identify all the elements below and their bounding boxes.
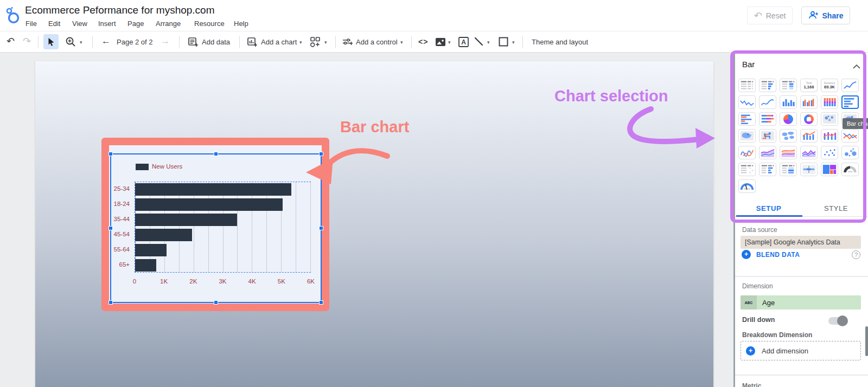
chart-type-bubble-chart-icon[interactable] bbox=[841, 146, 859, 159]
bar-18-24[interactable] bbox=[135, 198, 283, 211]
add-control-button[interactable]: Add a control bbox=[356, 38, 398, 46]
undo-icon[interactable]: ↶ bbox=[7, 36, 15, 46]
tab-setup[interactable]: SETUP bbox=[735, 200, 802, 216]
chart-type-area-chart-icon[interactable] bbox=[759, 146, 776, 159]
chart-type-donut-chart-icon[interactable] bbox=[800, 112, 818, 126]
blend-data-button[interactable]: + BLEND DATA bbox=[742, 250, 800, 259]
chart-type-curved-lines-icon[interactable] bbox=[738, 146, 756, 159]
menu-file[interactable]: File bbox=[25, 20, 37, 28]
prev-page-icon[interactable]: ← bbox=[101, 36, 111, 47]
chart-type-sparkline-icon[interactable] bbox=[738, 95, 756, 109]
chart-type-bar-chart-icon[interactable] bbox=[841, 95, 859, 109]
share-button[interactable]: Share bbox=[801, 7, 850, 24]
chart-type-table-with-heatmap-icon[interactable] bbox=[780, 79, 797, 92]
panel-scrollbar[interactable] bbox=[865, 326, 868, 356]
chart-type-scorecard-icon[interactable]: Total1,168 bbox=[800, 79, 818, 92]
chart-type-pie-chart-icon[interactable] bbox=[780, 112, 797, 126]
chart-type-gauge-icon[interactable]: 282.7K bbox=[738, 179, 756, 193]
reset-undo-icon: ↶ bbox=[754, 11, 762, 21]
chart-type-bubble-map-icon[interactable] bbox=[821, 112, 838, 126]
embed-url-button[interactable]: <> bbox=[418, 37, 428, 46]
bar-55-64[interactable] bbox=[135, 244, 167, 256]
community-viz-caret-icon[interactable]: ▾ bbox=[324, 40, 327, 45]
add-data-button[interactable]: Add data bbox=[202, 38, 230, 46]
chart-type-scorecard-compact-icon[interactable]: Sessions69.3K bbox=[821, 79, 838, 92]
resize-handle[interactable] bbox=[108, 152, 113, 156]
chart-type-filled-map-icon[interactable] bbox=[738, 129, 756, 143]
page-indicator[interactable]: Page 2 of 2 bbox=[117, 38, 153, 46]
chart-type-area-multi-icon[interactable] bbox=[800, 146, 818, 159]
add-control-caret-icon[interactable]: ▾ bbox=[400, 40, 403, 45]
shape-tool-icon[interactable] bbox=[499, 37, 508, 48]
resize-handle[interactable] bbox=[319, 152, 323, 156]
zoom-caret-icon[interactable]: ▾ bbox=[80, 40, 82, 45]
chart-type-treemap-icon[interactable] bbox=[821, 163, 838, 176]
chart-type-combo-chart-icon[interactable] bbox=[800, 129, 818, 143]
resize-handle[interactable] bbox=[319, 300, 323, 305]
add-dimension-button[interactable]: + Add dimension bbox=[741, 341, 861, 360]
line-caret-icon[interactable]: ▾ bbox=[487, 40, 490, 45]
menu-insert[interactable]: Insert bbox=[98, 20, 116, 28]
text-tool-icon[interactable]: A bbox=[458, 37, 469, 49]
chart-type-pivot-with-heatmap-icon[interactable] bbox=[780, 163, 797, 176]
menu-help[interactable]: Help bbox=[234, 20, 248, 28]
resize-handle[interactable] bbox=[108, 300, 113, 305]
bar-35-44[interactable] bbox=[135, 214, 237, 226]
chart-type-scatter-chart-icon[interactable] bbox=[821, 146, 838, 159]
chart-type-pivot-with-bars-icon[interactable] bbox=[759, 163, 776, 176]
resize-handle[interactable] bbox=[214, 300, 218, 305]
chart-type-multi-line-icon[interactable] bbox=[841, 129, 859, 143]
menu-arrange[interactable]: Arrange bbox=[156, 20, 181, 28]
community-visualizations-icon[interactable] bbox=[310, 37, 321, 49]
theme-layout-button[interactable]: Theme and layout bbox=[532, 38, 588, 46]
bar-chart-element[interactable]: New Users 25-3418-2435-4445-5455-6465+ 0… bbox=[109, 145, 322, 304]
data-source-chip[interactable]: [Sample] Google Analytics Data bbox=[741, 236, 861, 249]
bar-25-34[interactable] bbox=[135, 183, 291, 196]
chart-type-stacked-bar-icon[interactable] bbox=[759, 112, 776, 126]
drill-down-toggle[interactable] bbox=[828, 317, 847, 325]
dimension-chip-age[interactable]: ABC Age bbox=[741, 295, 861, 309]
chevron-up-icon[interactable] bbox=[853, 61, 860, 71]
chart-type-table-with-bars-icon[interactable] bbox=[759, 79, 776, 92]
chart-type-google-maps-icon[interactable] bbox=[780, 129, 797, 143]
chart-type-stacked-column-icon[interactable] bbox=[821, 95, 838, 109]
chart-type-pivot-table-icon[interactable] bbox=[738, 163, 756, 176]
bar-65+[interactable] bbox=[135, 259, 156, 272]
chart-type-stacked-combo-icon[interactable] bbox=[821, 129, 838, 143]
menu-view[interactable]: View bbox=[72, 20, 87, 28]
chart-type-time-series-icon[interactable] bbox=[841, 79, 859, 92]
chart-type-flow-diagram-icon[interactable] bbox=[759, 129, 776, 143]
resize-handle[interactable] bbox=[214, 152, 218, 156]
zoom-tool-icon[interactable] bbox=[65, 36, 76, 49]
add-chart-caret-icon[interactable]: ▾ bbox=[299, 40, 302, 45]
chart-type-smoothed-line-icon[interactable] bbox=[759, 95, 776, 109]
chart-category-header[interactable]: Bar bbox=[742, 60, 755, 69]
add-chart-button[interactable]: Add a chart bbox=[261, 38, 297, 46]
report-canvas[interactable]: New Users 25-3418-2435-4445-5455-6465+ 0… bbox=[35, 61, 713, 387]
plot-area[interactable] bbox=[135, 182, 311, 273]
chart-type-column-chart-icon[interactable] bbox=[780, 95, 797, 109]
chart-type-timeline-icon[interactable] bbox=[800, 163, 818, 176]
chart-type-table-icon[interactable] bbox=[738, 79, 756, 92]
menu-page[interactable]: Page bbox=[127, 20, 144, 28]
help-icon[interactable]: ? bbox=[852, 250, 860, 259]
menu-edit[interactable]: Edit bbox=[48, 20, 60, 28]
redo-icon[interactable]: ↷ bbox=[23, 36, 31, 46]
line-tool-icon[interactable] bbox=[474, 37, 483, 48]
shape-caret-icon[interactable]: ▾ bbox=[512, 40, 515, 45]
image-tool-icon[interactable] bbox=[435, 37, 446, 48]
next-page-icon[interactable]: → bbox=[161, 36, 170, 47]
menu-resource[interactable]: Resource bbox=[194, 20, 225, 28]
chart-type-stacked-area-icon[interactable] bbox=[780, 146, 797, 159]
reset-button[interactable]: ↶ Reset bbox=[747, 7, 793, 24]
tab-style[interactable]: STYLE bbox=[802, 200, 868, 216]
report-title[interactable]: Ecommerce Peformance for myshop.com bbox=[25, 4, 215, 16]
select-tool-button[interactable] bbox=[43, 34, 59, 49]
toolbar-divider bbox=[239, 36, 240, 48]
image-caret-icon[interactable]: ▾ bbox=[448, 40, 451, 45]
bar-45-54[interactable] bbox=[135, 229, 192, 241]
chart-type-grouped-bar-icon[interactable] bbox=[738, 112, 756, 126]
resize-handle[interactable] bbox=[319, 226, 323, 230]
chart-type-gauge-half-icon[interactable]: 111k bbox=[841, 163, 859, 176]
chart-type-grouped-column-icon[interactable] bbox=[800, 95, 818, 109]
